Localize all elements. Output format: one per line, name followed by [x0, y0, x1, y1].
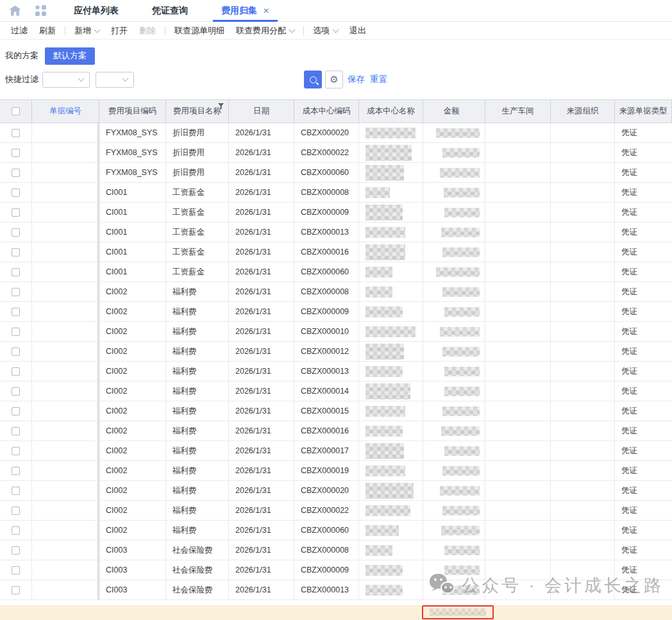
row-checkbox[interactable]	[12, 566, 20, 574]
column-header-费用项目编码[interactable]: 费用项目编码	[99, 100, 166, 122]
column-header-单据编号[interactable]: 单据编号	[32, 100, 99, 122]
column-header-日期[interactable]: 日期	[229, 100, 294, 122]
cell-source-org	[551, 441, 615, 460]
row-checkbox[interactable]	[12, 288, 20, 296]
row-checkbox[interactable]	[12, 348, 20, 356]
table-row[interactable]: CI001 工资薪金 2026/1/31 CBZX000016 凭证	[0, 242, 672, 262]
header-checkbox-cell[interactable]	[0, 100, 32, 122]
column-header-生产车间[interactable]: 生产车间	[485, 100, 551, 122]
row-checkbox[interactable]	[12, 407, 20, 415]
table-row[interactable]: CI003 社会保险费 2026/1/31 CBZX000013 凭证	[0, 580, 672, 600]
row-checkbox[interactable]	[12, 308, 20, 316]
apps-grid-icon[interactable]	[35, 5, 46, 16]
table-row[interactable]: FYXM08_SYS 折旧费用 2026/1/31 CBZX000022 凭证	[0, 143, 672, 163]
cell-cost-center-code: CBZX000015	[294, 401, 359, 421]
cell-workshop	[485, 322, 551, 341]
table-row[interactable]: CI002 福利费 2026/1/31 CBZX000017 凭证	[0, 441, 672, 461]
table-row[interactable]: CI003 社会保险费 2026/1/31 CBZX000009 凭证	[0, 560, 672, 580]
column-header-来源组织[interactable]: 来源组织	[551, 100, 615, 122]
cell-date: 2026/1/31	[229, 302, 294, 321]
table-row[interactable]: CI002 福利费 2026/1/31 CBZX000015 凭证	[0, 401, 672, 421]
table-row[interactable]: FYXM08_SYS 折旧费用 2026/1/31 CBZX000020 凭证	[0, 123, 672, 143]
column-header-来源单据类型[interactable]: 来源单据类型	[615, 100, 672, 122]
row-checkbox[interactable]	[12, 189, 20, 197]
tab-应付单列表[interactable]: 应付单列表	[65, 0, 127, 22]
table-row[interactable]: CI003 社会保险费 2026/1/31 CBZX000008 凭证	[0, 540, 672, 560]
cell-expense-code: CI002	[99, 302, 166, 321]
toolbar-button-过滤[interactable]: 过滤	[5, 25, 33, 37]
table-row[interactable]: CI002 福利费 2026/1/31 CBZX000012 凭证	[0, 342, 672, 362]
table-row[interactable]: CI002 福利费 2026/1/31 CBZX000008 凭证	[0, 282, 672, 302]
quick-filter-select-2[interactable]	[96, 72, 134, 88]
column-header-成本中心编码[interactable]: 成本中心编码	[294, 100, 359, 122]
table-row[interactable]: CI002 福利费 2026/1/31 CBZX000060 凭证	[0, 521, 672, 540]
redacted-cost-center-name	[365, 525, 399, 536]
table-row[interactable]: CI002 福利费 2026/1/31 CBZX000016 凭证	[0, 421, 672, 441]
table-row[interactable]: CI001 工资薪金 2026/1/31 CBZX000008 凭证	[0, 183, 672, 203]
home-icon[interactable]	[9, 6, 21, 16]
row-checkbox[interactable]	[12, 169, 20, 177]
cell-doc-no	[32, 441, 99, 460]
toolbar-button-联查费用分配[interactable]: 联查费用分配	[230, 25, 300, 37]
row-checkbox[interactable]	[12, 546, 20, 555]
table-row[interactable]: CI002 福利费 2026/1/31 CBZX000014 凭证	[0, 381, 672, 401]
table-row[interactable]: CI002 福利费 2026/1/31 CBZX000022 凭证	[0, 501, 672, 521]
row-checkbox[interactable]	[12, 208, 20, 217]
cell-expense-code: CI002	[99, 421, 166, 440]
row-checkbox[interactable]	[12, 228, 20, 237]
table-row[interactable]: CI001 工资薪金 2026/1/31 CBZX000060 凭证	[0, 262, 672, 282]
row-checkbox[interactable]	[12, 268, 20, 276]
save-filter-link[interactable]: 保存	[348, 74, 365, 85]
toolbar-button-联查源单明细[interactable]: 联查源单明细	[169, 25, 230, 37]
toolbar-button-打开[interactable]: 打开	[105, 25, 133, 37]
row-checkbox[interactable]	[12, 427, 20, 435]
reset-filter-link[interactable]: 重置	[370, 74, 387, 85]
filter-settings-button[interactable]: ⚙	[325, 71, 343, 88]
search-button[interactable]	[304, 71, 322, 88]
row-checkbox[interactable]	[12, 487, 20, 495]
redacted-amount	[444, 208, 480, 217]
cell-expense-code: CI002	[99, 481, 166, 500]
row-checkbox[interactable]	[12, 367, 20, 376]
row-checkbox[interactable]	[12, 387, 20, 396]
redacted-cost-center-name	[365, 306, 403, 317]
table-row[interactable]: CI002 福利费 2026/1/31 CBZX000019 凭证	[0, 461, 672, 481]
table-row[interactable]: CI002 福利费 2026/1/31 CBZX000010 凭证	[0, 322, 672, 342]
toolbar-button-新增[interactable]: 新增	[69, 25, 105, 37]
cell-workshop	[485, 163, 551, 182]
row-checkbox[interactable]	[12, 248, 20, 256]
row-checkbox[interactable]	[12, 526, 20, 535]
table-row[interactable]: CI002 福利费 2026/1/31 CBZX000009 凭证	[0, 302, 672, 322]
gear-icon: ⚙	[330, 74, 338, 85]
row-checkbox[interactable]	[12, 586, 20, 594]
table-row[interactable]: FYXM08_SYS 折旧费用 2026/1/31 CBZX000060 凭证	[0, 163, 672, 183]
cell-source-doc-type: 凭证	[615, 242, 672, 262]
cell-source-doc-type: 凭证	[615, 421, 672, 440]
row-checkbox[interactable]	[12, 328, 20, 336]
default-scheme-button[interactable]: 默认方案	[45, 47, 95, 65]
table-row[interactable]: CI002 福利费 2026/1/31 CBZX000020 凭证	[0, 481, 672, 501]
close-tab-icon[interactable]: ✕	[263, 6, 269, 15]
cell-date: 2026/1/31	[229, 203, 294, 222]
row-checkbox[interactable]	[12, 467, 20, 475]
table-row[interactable]: CI002 福利费 2026/1/31 CBZX000013 凭证	[0, 362, 672, 381]
toolbar-button-选项[interactable]: 选项	[307, 25, 344, 37]
toolbar-button-刷新[interactable]: 刷新	[33, 25, 62, 37]
row-checkbox[interactable]	[12, 447, 20, 455]
row-checkbox[interactable]	[12, 507, 20, 515]
toolbar-button-退出[interactable]: 退出	[344, 25, 372, 37]
quick-filter-select-1[interactable]	[42, 72, 90, 88]
chevron-down-icon	[122, 75, 129, 81]
tab-凭证查询[interactable]: 凭证查询	[144, 0, 196, 22]
cell-workshop	[485, 302, 551, 321]
table-row[interactable]: CI001 工资薪金 2026/1/31 CBZX000013 凭证	[0, 222, 672, 242]
tab-费用归集[interactable]: 费用归集✕	[213, 0, 278, 22]
column-header-费用项目名称[interactable]: 费用项目名称	[166, 100, 229, 122]
row-checkbox[interactable]	[12, 129, 20, 137]
cell-source-doc-type: 凭证	[615, 282, 672, 301]
select-all-checkbox[interactable]	[12, 107, 20, 115]
row-checkbox[interactable]	[12, 149, 20, 157]
table-row[interactable]: CI001 工资薪金 2026/1/31 CBZX000009 凭证	[0, 203, 672, 222]
column-header-成本中心名称[interactable]: 成本中心名称	[359, 100, 423, 122]
column-header-金额[interactable]: 金额	[423, 100, 485, 122]
